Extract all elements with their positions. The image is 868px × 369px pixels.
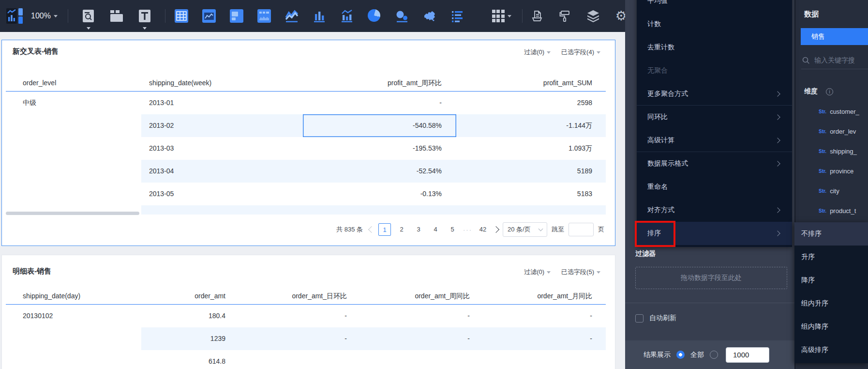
sort-option-组内升序[interactable]: 组内升序 <box>794 292 868 315</box>
column-header[interactable]: profit_amt_周环比 <box>303 75 456 91</box>
auto-refresh-checkbox[interactable] <box>635 314 644 323</box>
combo-chart-button[interactable] <box>340 9 354 23</box>
more-chart-types-button[interactable] <box>492 10 511 22</box>
table-cell[interactable] <box>233 350 356 369</box>
table-cell[interactable]: - <box>233 327 356 350</box>
sort-option-不排序[interactable]: 不排序 <box>794 222 868 246</box>
layers-button[interactable] <box>586 9 600 23</box>
column-header[interactable]: profit_amt_SUM <box>456 75 606 91</box>
scatter-chart-button[interactable] <box>395 9 409 23</box>
prev-page-button[interactable] <box>368 226 375 233</box>
table-cell[interactable]: - <box>303 92 456 114</box>
table-cell[interactable]: 1.093万 <box>456 137 606 160</box>
table-cell[interactable] <box>479 350 606 369</box>
table-cell[interactable]: - <box>479 305 606 327</box>
table-cell[interactable] <box>6 183 141 205</box>
table-cell[interactable]: 中级 <box>6 92 141 114</box>
table-cell[interactable]: 2598 <box>456 92 606 114</box>
result-limit-radio[interactable] <box>710 351 718 359</box>
table-cell[interactable]: - <box>356 305 479 327</box>
table-cell[interactable]: 2013-04 <box>141 160 303 183</box>
page-number-button[interactable]: 3 <box>412 223 425 236</box>
sort-option-升序[interactable]: 升序 <box>794 246 868 269</box>
table-cell[interactable]: 1239 <box>141 327 233 350</box>
crosstab-card[interactable]: 新交叉表-销售 过滤(0) 已选字段(4) order_levelshippin… <box>1 40 615 246</box>
info-icon[interactable]: i <box>826 88 833 95</box>
page-size-select[interactable]: 20 条/页 <box>503 222 547 237</box>
dataset-item-sales[interactable]: 销售 <box>801 28 868 45</box>
menu-item-同环比[interactable]: 同环比 <box>637 106 792 129</box>
page-number-button[interactable]: 5 <box>446 223 459 236</box>
column-header[interactable]: shipping_date(week) <box>141 75 303 91</box>
result-limit-input[interactable]: 1000 <box>726 347 769 363</box>
list-view-button[interactable] <box>450 9 464 23</box>
menu-item-高级计算[interactable]: 高级计算 <box>637 129 792 152</box>
current-page-button[interactable]: 1 <box>378 223 391 236</box>
table-cell[interactable] <box>6 137 141 160</box>
report-search-button[interactable] <box>81 8 96 24</box>
selected-cell[interactable]: -540.58% <box>303 114 456 137</box>
detail-card[interactable]: 明细表-销售 过滤(0) 已选字段(5) shipping_date(day)o… <box>1 255 615 369</box>
bar-chart-button[interactable] <box>313 9 326 23</box>
jump-to-page-input[interactable] <box>569 223 594 236</box>
table-cell[interactable]: -0.13% <box>303 183 456 205</box>
field-search-input[interactable]: 输入关键字搜 <box>802 53 868 68</box>
menu-item-排序[interactable]: 排序 <box>637 222 792 245</box>
menu-item-更多聚合方式[interactable]: 更多聚合方式 <box>637 82 792 106</box>
field-item-customer_[interactable]: Str.customer_ <box>795 102 868 122</box>
next-page-button[interactable] <box>493 226 499 233</box>
crosstab-filter-dropdown[interactable]: 过滤(0) <box>524 48 551 57</box>
filter-dropzone[interactable]: 拖动数据字段至此处 <box>635 267 787 289</box>
sort-option-降序[interactable]: 降序 <box>794 269 868 292</box>
detail-filter-dropdown[interactable]: 过滤(0) <box>524 268 551 277</box>
table-cell[interactable]: 5183 <box>456 183 606 205</box>
field-item-city[interactable]: Str.city <box>795 181 868 201</box>
map-chart-button[interactable] <box>423 9 436 23</box>
menu-item-对齐方式[interactable]: 对齐方式 <box>637 199 792 222</box>
table-cell[interactable]: 2013-02 <box>141 114 303 137</box>
detail-selected-fields-dropdown[interactable]: 已选字段(5) <box>561 268 600 277</box>
page-number-button[interactable]: 2 <box>395 223 408 236</box>
table-chart-button[interactable] <box>175 9 188 23</box>
table-cell[interactable]: 2013-01 <box>141 92 303 114</box>
table-cell[interactable]: -195.53% <box>303 137 456 160</box>
pie-chart-button[interactable] <box>368 9 381 23</box>
table-cell[interactable]: - <box>479 327 606 350</box>
column-header[interactable]: order_amt_周同比 <box>356 288 479 304</box>
table-cell[interactable] <box>6 160 141 183</box>
field-item-shippi[interactable]: №shippi <box>795 362 868 369</box>
table-cell[interactable]: - <box>233 305 356 327</box>
group-table-chart-button[interactable] <box>230 9 243 23</box>
table-cell[interactable]: 180.4 <box>141 305 233 327</box>
sort-option-组内降序[interactable]: 组内降序 <box>794 315 868 338</box>
table-cell[interactable]: 2013-03 <box>141 137 303 160</box>
column-header[interactable]: shipping_date(day) <box>6 288 141 304</box>
column-header[interactable]: order_amt_月同比 <box>479 288 606 304</box>
last-page-button[interactable]: 42 <box>477 223 489 236</box>
copy-page-button[interactable] <box>530 9 544 23</box>
kpi-panel-chart-button[interactable] <box>202 9 216 23</box>
field-item-product_t[interactable]: Str.product_t <box>795 201 868 221</box>
table-cell[interactable]: -52.54% <box>303 160 456 183</box>
table-cell[interactable] <box>6 350 141 369</box>
table-cell[interactable]: 2013-05 <box>141 183 303 205</box>
column-header[interactable]: order_amt_日环比 <box>233 288 356 304</box>
table-cell[interactable]: 614.8 <box>141 350 233 369</box>
dashboard-chart-button[interactable] <box>257 9 271 23</box>
column-header[interactable]: order_level <box>6 75 141 91</box>
table-cell[interactable]: -1.144万 <box>456 114 606 137</box>
sort-option-高级排序[interactable]: 高级排序 <box>794 338 868 362</box>
text-component-button[interactable] <box>137 8 152 24</box>
line-chart-button[interactable] <box>285 9 299 23</box>
clipboard-button[interactable] <box>109 8 124 24</box>
table-cell[interactable]: 5189 <box>456 160 606 183</box>
horizontal-scrollbar[interactable] <box>6 212 139 215</box>
zoom-level-dropdown[interactable]: 100% <box>31 12 58 20</box>
table-cell[interactable]: 20130102 <box>6 305 141 327</box>
field-item-shipping_[interactable]: Str.shipping_ <box>795 141 868 161</box>
menu-item-平均值[interactable]: 平均值 <box>637 0 792 13</box>
format-painter-button[interactable] <box>558 9 572 23</box>
table-cell[interactable] <box>6 327 141 350</box>
menu-item-计数[interactable]: 计数 <box>637 13 792 36</box>
table-cell[interactable] <box>356 350 479 369</box>
